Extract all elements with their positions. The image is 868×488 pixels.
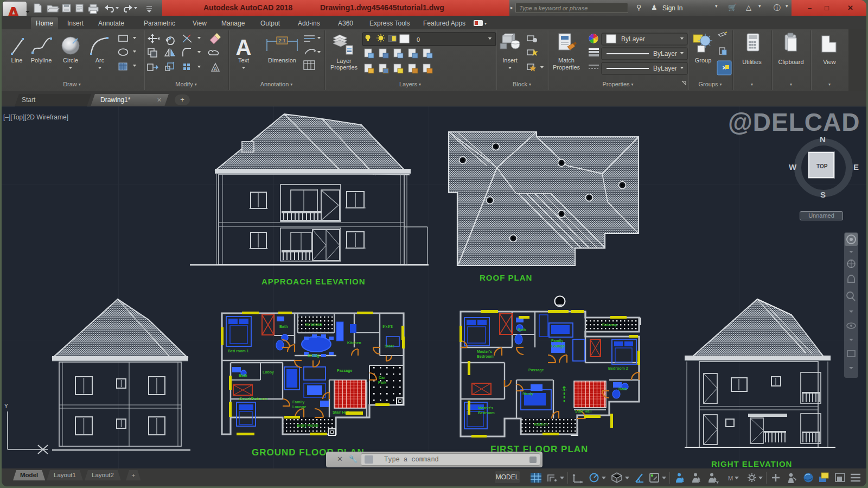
svg-text:Entry Porch: Entry Porch bbox=[297, 423, 318, 428]
svg-text:Stair Hall: Stair Hall bbox=[575, 409, 591, 413]
svg-text:Match: Match bbox=[558, 57, 575, 64]
svg-text:Kitchen: Kitchen bbox=[534, 422, 548, 426]
svg-text:Bedroom 2: Bedroom 2 bbox=[608, 366, 628, 370]
svg-text:ByLayer: ByLayer bbox=[653, 50, 677, 58]
svg-text:Circle: Circle bbox=[63, 57, 78, 64]
svg-text:Bath: Bath bbox=[518, 328, 526, 332]
svg-text:Dimension: Dimension bbox=[268, 57, 296, 64]
svg-text:Group: Group bbox=[695, 57, 712, 64]
svg-text:Properties: Properties bbox=[330, 64, 358, 71]
svg-text:Bedroom: Bedroom bbox=[477, 354, 494, 358]
svg-text:Lobby: Lobby bbox=[263, 370, 274, 375]
svg-text:Line: Line bbox=[11, 57, 23, 64]
svg-text:Bed room 1: Bed room 1 bbox=[228, 349, 249, 353]
svg-text:Text: Text bbox=[238, 57, 249, 64]
svg-text:Passage: Passage bbox=[337, 369, 353, 373]
svg-text:Lounge: Lounge bbox=[292, 405, 306, 409]
svg-text:Kitchen: Kitchen bbox=[347, 341, 361, 345]
svg-text:Family: Family bbox=[292, 400, 304, 404]
svg-text:Layer: Layer bbox=[336, 58, 352, 64]
svg-text:Master's: Master's bbox=[477, 350, 492, 353]
svg-text:Passage: Passage bbox=[528, 368, 544, 372]
svg-text:Bath: Bath bbox=[279, 325, 288, 328]
svg-text:Y: Y bbox=[4, 403, 8, 409]
svg-text:2.1: 2.1 bbox=[279, 38, 286, 43]
svg-text:Guest Bedroom: Guest Bedroom bbox=[239, 397, 268, 401]
svg-text:Car: Car bbox=[379, 376, 385, 379]
svg-text:Park: Park bbox=[378, 381, 386, 384]
svg-text:Bath: Bath bbox=[618, 387, 627, 391]
svg-text:Lounge: Lounge bbox=[551, 344, 565, 348]
svg-text:Bath: Bath bbox=[239, 373, 247, 377]
svg-text:Polyline: Polyline bbox=[31, 57, 52, 64]
svg-text:M: M bbox=[728, 475, 733, 481]
svg-text:Balcony: Balcony bbox=[602, 323, 617, 327]
svg-text:Study: Study bbox=[522, 392, 533, 396]
svg-text:Master's: Master's bbox=[478, 406, 493, 410]
svg-text:Store: Store bbox=[385, 344, 394, 348]
svg-text:Properties: Properties bbox=[553, 64, 580, 71]
svg-text:Arc: Arc bbox=[95, 57, 105, 64]
svg-text:Family: Family bbox=[551, 339, 563, 343]
svg-text:Dining: Dining bbox=[308, 353, 320, 358]
svg-text:A: A bbox=[214, 66, 218, 72]
svg-text:Bedroom: Bedroom bbox=[478, 411, 495, 415]
svg-text:ByLayer: ByLayer bbox=[653, 65, 677, 72]
svg-text:ByLayer: ByLayer bbox=[621, 35, 645, 43]
svg-text:Verandah: Verandah bbox=[305, 322, 322, 326]
svg-text:Insert: Insert bbox=[502, 57, 518, 64]
svg-text:A: A bbox=[236, 35, 252, 59]
svg-text:9'x9'8: 9'x9'8 bbox=[382, 325, 393, 328]
svg-text:0: 0 bbox=[417, 36, 420, 43]
